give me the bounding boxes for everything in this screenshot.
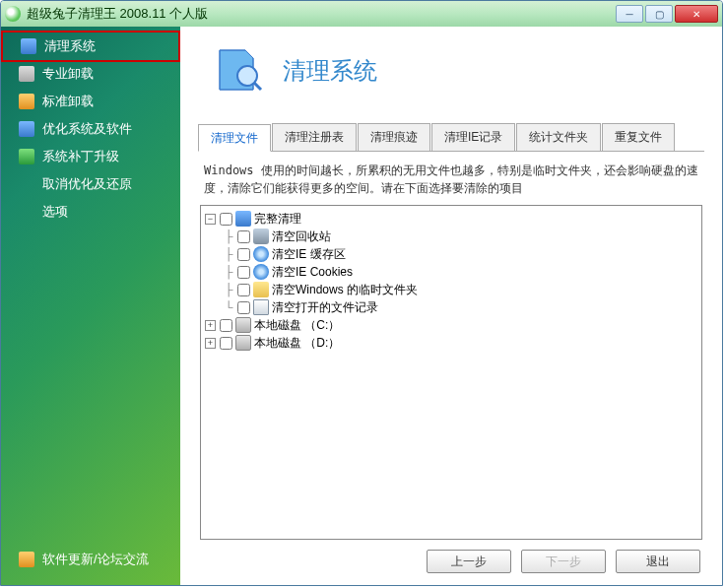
tab-clean-ie[interactable]: 清理IE记录 <box>431 123 515 151</box>
content: 清理系统 专业卸载 标准卸载 优化系统及软件 系统补丁升级 取消优化及还原 <box>1 27 722 585</box>
tree-node-disk-c[interactable]: + 本地磁盘 （C:） <box>203 316 699 334</box>
disk-icon <box>235 335 251 351</box>
sidebar-item-label: 清理系统 <box>44 37 96 55</box>
prev-button[interactable]: 上一步 <box>427 550 511 573</box>
node-checkbox[interactable] <box>237 284 250 296</box>
document-icon <box>253 299 269 315</box>
sidebar-bottom: 软件更新/论坛交流 <box>1 546 180 573</box>
page-title: 清理系统 <box>283 55 377 87</box>
page-header: 清理系统 <box>198 40 704 115</box>
ie-icon <box>253 264 269 280</box>
description-text: Windows 使用的时间越长，所累积的无用文件也越多，特别是临时文件夹，还会影… <box>198 152 704 203</box>
uninstall-std-icon <box>19 94 34 109</box>
window-title: 超级兔子清理王 2008.11 个人版 <box>27 5 616 23</box>
tree-node-ie-cookies[interactable]: ├ 清空IE Cookies <box>203 263 699 281</box>
node-label: 清空IE Cookies <box>272 264 353 281</box>
app-window: 超级兔子清理王 2008.11 个人版 ─ ▢ ✕ 清理系统 专业卸载 标准卸载… <box>0 0 723 586</box>
cleanup-icon <box>21 38 36 54</box>
tree-node-full-clean[interactable]: − 完整清理 <box>203 210 699 228</box>
node-checkbox[interactable] <box>220 337 232 350</box>
blank-icon <box>19 204 34 220</box>
node-checkbox[interactable] <box>237 266 250 279</box>
blank-icon <box>19 176 34 192</box>
node-checkbox[interactable] <box>220 213 232 226</box>
patch-icon <box>19 149 34 164</box>
tree-line-icon: ├ <box>220 229 237 243</box>
sidebar-item-label: 选项 <box>42 203 68 221</box>
tree-line-icon: ├ <box>220 283 237 296</box>
sidebar-item-update[interactable]: 软件更新/论坛交流 <box>1 546 180 573</box>
node-checkbox[interactable] <box>237 230 250 243</box>
tab-bar: 清理文件 清理注册表 清理痕迹 清理IE记录 统计文件夹 重复文件 <box>198 123 704 152</box>
tab-clean-registry[interactable]: 清理注册表 <box>272 123 357 151</box>
app-icon <box>5 6 21 22</box>
maximize-button[interactable]: ▢ <box>645 5 673 23</box>
tree-node-ie-cache[interactable]: ├ 清空IE 缓存区 <box>203 245 699 263</box>
expander-icon[interactable]: − <box>205 214 216 225</box>
titlebar[interactable]: 超级兔子清理王 2008.11 个人版 ─ ▢ ✕ <box>1 1 722 27</box>
tree-line-icon: └ <box>220 300 237 314</box>
node-label: 清空回收站 <box>272 229 331 245</box>
svg-line-1 <box>254 83 261 90</box>
sidebar-item-cleanup[interactable]: 清理系统 <box>1 31 180 62</box>
sidebar-item-options[interactable]: 选项 <box>1 198 180 226</box>
node-label: 本地磁盘 （C:） <box>254 317 340 334</box>
tree-node-open-files[interactable]: └ 清空打开的文件记录 <box>203 298 699 316</box>
sidebar-item-label: 系统补丁升级 <box>42 148 119 165</box>
sidebar-item-label: 专业卸载 <box>42 65 94 83</box>
node-checkbox[interactable] <box>237 301 250 314</box>
sidebar-item-patch[interactable]: 系统补丁升级 <box>1 143 180 170</box>
node-label: 清空Windows 的临时文件夹 <box>272 282 418 298</box>
next-button[interactable]: 下一步 <box>521 550 606 573</box>
sidebar: 清理系统 专业卸载 标准卸载 优化系统及软件 系统补丁升级 取消优化及还原 <box>1 27 180 585</box>
node-label: 完整清理 <box>254 211 301 228</box>
tab-clean-traces[interactable]: 清理痕迹 <box>358 123 430 151</box>
update-icon <box>19 552 34 567</box>
expander-icon[interactable]: + <box>205 320 216 331</box>
folder-icon <box>253 282 269 297</box>
header-icon <box>212 44 265 98</box>
ie-icon <box>253 246 269 262</box>
window-controls: ─ ▢ ✕ <box>616 5 718 23</box>
exit-button[interactable]: 退出 <box>616 550 700 573</box>
tree-line-icon: ├ <box>220 247 237 261</box>
optimize-icon <box>19 121 34 137</box>
node-checkbox[interactable] <box>220 319 232 332</box>
node-label: 本地磁盘 （D:） <box>254 335 340 352</box>
tab-folder-stats[interactable]: 统计文件夹 <box>516 123 601 151</box>
tree-node-disk-d[interactable]: + 本地磁盘 （D:） <box>203 334 699 352</box>
sidebar-item-label: 软件更新/论坛交流 <box>42 551 149 568</box>
close-button[interactable]: ✕ <box>675 5 718 23</box>
tab-duplicates[interactable]: 重复文件 <box>602 123 675 151</box>
node-label: 清空IE 缓存区 <box>272 246 346 263</box>
expander-icon[interactable]: + <box>205 338 216 349</box>
magnify-icon <box>235 211 251 227</box>
minimize-button[interactable]: ─ <box>616 5 643 23</box>
sidebar-item-optimize[interactable]: 优化系统及软件 <box>1 115 180 143</box>
tree-node-win-temp[interactable]: ├ 清空Windows 的临时文件夹 <box>203 281 699 298</box>
trash-icon <box>253 229 269 244</box>
sidebar-item-uninstall-pro[interactable]: 专业卸载 <box>1 60 180 88</box>
node-checkbox[interactable] <box>237 248 250 261</box>
sidebar-item-label: 优化系统及软件 <box>42 120 132 138</box>
main-panel: 清理系统 清理文件 清理注册表 清理痕迹 清理IE记录 统计文件夹 重复文件 W… <box>180 27 722 585</box>
tree-node-recycle[interactable]: ├ 清空回收站 <box>203 228 699 245</box>
sidebar-item-label: 标准卸载 <box>42 93 94 110</box>
tree-panel[interactable]: − 完整清理 ├ 清空回收站 ├ 清空IE 缓存区 <box>200 205 702 540</box>
node-label: 清空打开的文件记录 <box>272 299 378 316</box>
tree-line-icon: ├ <box>220 265 237 279</box>
button-row: 上一步 下一步 退出 <box>198 540 704 573</box>
disk-icon <box>235 317 251 333</box>
sidebar-item-undo[interactable]: 取消优化及还原 <box>1 170 180 198</box>
uninstall-pro-icon <box>19 66 34 82</box>
sidebar-item-label: 取消优化及还原 <box>42 175 132 193</box>
sidebar-item-uninstall-std[interactable]: 标准卸载 <box>1 88 180 115</box>
tab-clean-files[interactable]: 清理文件 <box>198 124 271 152</box>
